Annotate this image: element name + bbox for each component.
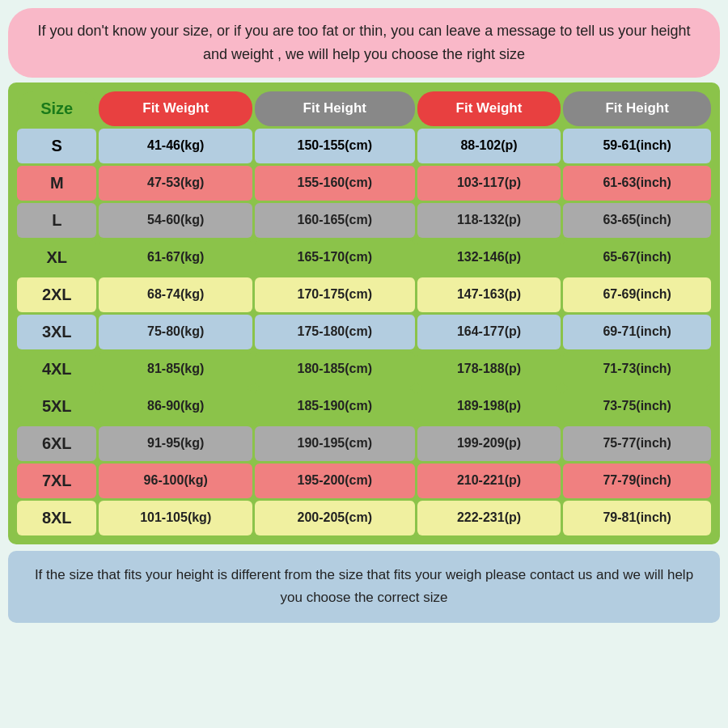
cell-fw1: 86-90(kg) [99,389,252,424]
cell-fh2: 59-61(inch) [563,129,711,163]
cell-fw2: 199-209(p) [417,426,561,461]
cell-fw2: 189-198(p) [417,389,561,424]
size-chart-container: Size Fit Weight Fit Height Fit Weight Fi… [8,83,720,544]
cell-fh2: 79-81(inch) [563,501,711,535]
cell-fw2: 103-117(p) [417,166,561,201]
cell-size: 5XL [17,389,96,424]
cell-fw2: 164-177(p) [417,315,561,349]
cell-fw2: 132-146(p) [417,240,561,275]
cell-fw2: 88-102(p) [417,129,561,163]
cell-size: L [17,203,96,238]
top-notice: If you don't know your size, or if you a… [8,8,720,78]
cell-fw2: 118-132(p) [417,203,561,238]
cell-fh2: 69-71(inch) [563,315,711,349]
table-row: M47-53(kg)155-160(cm)103-117(p)61-63(inc… [17,166,711,201]
cell-fw1: 81-85(kg) [99,352,252,387]
cell-fh1: 180-185(cm) [255,352,415,387]
header-fitweight-2: Fit Weight [417,91,561,126]
cell-fh1: 150-155(cm) [255,129,415,163]
table-row: 4XL81-85(kg)180-185(cm)178-188(p)71-73(i… [17,352,711,387]
cell-fh2: 77-79(inch) [563,463,711,498]
cell-fw1: 54-60(kg) [99,203,252,238]
table-row: 2XL68-74(kg)170-175(cm)147-163(p)67-69(i… [17,277,711,312]
cell-fh1: 170-175(cm) [255,277,415,312]
cell-fh2: 67-69(inch) [563,277,711,312]
cell-size: 2XL [17,277,96,312]
cell-fh2: 73-75(inch) [563,389,711,424]
header-fitheight-1: Fit Height [255,91,415,126]
table-row: 7XL96-100(kg)195-200(cm)210-221(p)77-79(… [17,463,711,498]
cell-fw2: 147-163(p) [417,277,561,312]
cell-size: S [17,129,96,163]
cell-size: 8XL [17,501,96,535]
cell-fh2: 61-63(inch) [563,166,711,201]
table-row: L54-60(kg)160-165(cm)118-132(p)63-65(inc… [17,203,711,238]
cell-fw1: 91-95(kg) [99,426,252,461]
cell-fw2: 178-188(p) [417,352,561,387]
header-size: Size [17,91,96,126]
cell-fh1: 155-160(cm) [255,166,415,201]
cell-fh1: 200-205(cm) [255,501,415,535]
cell-fw1: 68-74(kg) [99,277,252,312]
table-header-row: Size Fit Weight Fit Height Fit Weight Fi… [17,91,711,126]
table-row: 5XL86-90(kg)185-190(cm)189-198(p)73-75(i… [17,389,711,424]
cell-fw2: 210-221(p) [417,463,561,498]
cell-fh1: 190-195(cm) [255,426,415,461]
header-fitweight-1: Fit Weight [99,91,252,126]
table-row: XL61-67(kg)165-170(cm)132-146(p)65-67(in… [17,240,711,275]
cell-fh1: 195-200(cm) [255,463,415,498]
cell-fw1: 75-80(kg) [99,315,252,349]
cell-size: M [17,166,96,201]
table-row: 8XL101-105(kg)200-205(cm)222-231(p)79-81… [17,501,711,535]
cell-fw1: 96-100(kg) [99,463,252,498]
table-row: S41-46(kg)150-155(cm)88-102(p)59-61(inch… [17,129,711,163]
cell-fh1: 165-170(cm) [255,240,415,275]
cell-fw1: 41-46(kg) [99,129,252,163]
cell-fh2: 71-73(inch) [563,352,711,387]
cell-size: XL [17,240,96,275]
cell-fw1: 61-67(kg) [99,240,252,275]
cell-fh1: 175-180(cm) [255,315,415,349]
cell-size: 3XL [17,315,96,349]
cell-fw1: 101-105(kg) [99,501,252,535]
cell-fh1: 185-190(cm) [255,389,415,424]
cell-size: 7XL [17,463,96,498]
cell-size: 4XL [17,352,96,387]
size-chart-table: Size Fit Weight Fit Height Fit Weight Fi… [15,89,713,538]
cell-fh1: 160-165(cm) [255,203,415,238]
cell-fh2: 63-65(inch) [563,203,711,238]
cell-fw1: 47-53(kg) [99,166,252,201]
bottom-notice: If the size that fits your height is dif… [8,551,720,624]
cell-fh2: 65-67(inch) [563,240,711,275]
cell-fh2: 75-77(inch) [563,426,711,461]
cell-fw2: 222-231(p) [417,501,561,535]
header-fitheight-2: Fit Height [563,91,711,126]
table-row: 6XL91-95(kg)190-195(cm)199-209(p)75-77(i… [17,426,711,461]
table-row: 3XL75-80(kg)175-180(cm)164-177(p)69-71(i… [17,315,711,349]
cell-size: 6XL [17,426,96,461]
